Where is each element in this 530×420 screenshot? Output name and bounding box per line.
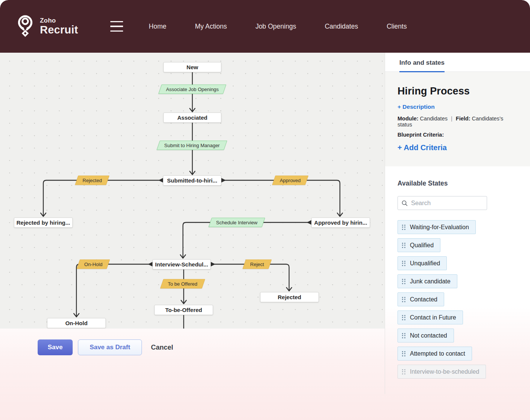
- module-label: Module:: [398, 116, 419, 122]
- module-field-line: Module: Candidates | Field: Candidates’s…: [398, 116, 519, 128]
- save-as-draft-button[interactable]: Save as Draft: [78, 339, 142, 355]
- transition-label[interactable]: Schedule Interview: [209, 218, 265, 227]
- drag-handle-icon[interactable]: [402, 243, 405, 248]
- nav-item-home[interactable]: Home: [149, 23, 166, 30]
- state-node[interactable]: Rejected by hiring...: [14, 218, 73, 228]
- nav-item-job-openings[interactable]: Job Openings: [256, 23, 296, 30]
- hamburger-menu-icon[interactable]: [110, 21, 123, 32]
- state-node[interactable]: Rejected: [260, 292, 319, 302]
- edge-submitted-rejectedby: [43, 180, 163, 216]
- zoho-recruit-logo: Zoho Recruit: [16, 14, 78, 38]
- zoho-recruit-icon: [16, 14, 35, 38]
- search-icon: [402, 200, 408, 207]
- brand-recruit: Recruit: [40, 24, 78, 35]
- drag-handle-icon[interactable]: [402, 315, 405, 320]
- blueprint-info-section: Hiring Process + Description Module: Can…: [385, 72, 530, 166]
- blueprint-title: Hiring Process: [398, 85, 519, 97]
- edge-approvedby-interview: [183, 222, 311, 257]
- drag-handle-icon[interactable]: [402, 297, 405, 302]
- transition-label[interactable]: On-Hold: [76, 260, 110, 269]
- app-window: Zoho Recruit HomeMy ActionsJob OpeningsC…: [0, 0, 530, 420]
- info-states-panel: Info and states Hiring Process + Descrip…: [385, 53, 530, 394]
- edge-interview-onhold: [76, 264, 152, 316]
- field-label: Field:: [456, 116, 471, 122]
- state-node[interactable]: Approved by hirin...: [311, 218, 370, 228]
- blueprint-canvas[interactable]: NewAssociatedSubmitted-to-hiri...Rejecte…: [0, 53, 385, 329]
- save-button[interactable]: Save: [38, 339, 73, 355]
- transition-label[interactable]: Rejected: [75, 176, 110, 185]
- transition-label[interactable]: To be Offered: [160, 279, 205, 289]
- add-criteria-link[interactable]: + Add Criteria: [398, 143, 447, 152]
- state-chip[interactable]: Junk candidate: [398, 274, 457, 288]
- edge-submitted-approvedby: [221, 180, 340, 216]
- state-chip[interactable]: Not contacted: [398, 329, 454, 342]
- blueprint-criteria-label: Blueprint Criteria:: [398, 132, 519, 138]
- state-chip: Interview-to-be-scheduled: [398, 365, 486, 379]
- state-chip-label: Attempted to contact: [410, 350, 465, 357]
- transition-label[interactable]: Reject: [242, 260, 271, 269]
- state-chip[interactable]: Qualified: [398, 238, 440, 252]
- module-value: Candidates: [420, 116, 448, 122]
- state-chip-label: Not contacted: [410, 332, 447, 339]
- drag-handle-icon: [402, 369, 405, 374]
- state-chip-label: Waiting-for-Evaluation: [410, 224, 469, 231]
- state-node[interactable]: New: [163, 62, 221, 72]
- states-search-box[interactable]: [398, 196, 487, 210]
- nav-item-clients[interactable]: Clients: [387, 23, 407, 30]
- state-chip-label: Interview-to-be-scheduled: [410, 368, 479, 375]
- state-chip-label: Contact in Future: [410, 314, 456, 321]
- available-states-section: Available States Waiting-for-EvaluationQ…: [385, 166, 530, 394]
- state-chip[interactable]: Contacted: [398, 292, 444, 306]
- add-description-link[interactable]: + Description: [398, 103, 435, 110]
- main-nav: HomeMy ActionsJob OpeningsCandidatesClie…: [149, 23, 407, 30]
- available-states-heading: Available States: [398, 180, 521, 187]
- tab-info-and-states[interactable]: Info and states: [399, 59, 445, 72]
- state-node[interactable]: On-Hold: [47, 318, 106, 328]
- cancel-button[interactable]: Cancel: [151, 339, 173, 355]
- state-chip-label: Junk candidate: [410, 278, 451, 285]
- brand-zoho: Zoho: [40, 17, 78, 24]
- transition-label[interactable]: Submit to Hiring Manager: [157, 141, 227, 150]
- top-nav-bar: Zoho Recruit HomeMy ActionsJob OpeningsC…: [0, 0, 530, 53]
- state-node[interactable]: Interview-Schedul...: [152, 259, 211, 269]
- state-chip-list: Waiting-for-EvaluationQualifiedUnqualifi…: [398, 220, 521, 379]
- drag-handle-icon[interactable]: [402, 225, 405, 230]
- states-search-input[interactable]: [411, 199, 483, 207]
- state-chip[interactable]: Contact in Future: [398, 310, 463, 324]
- state-node[interactable]: To-be-Offered: [154, 305, 213, 315]
- drag-handle-icon[interactable]: [402, 351, 405, 356]
- state-node[interactable]: Submitted-to-hiri...: [163, 175, 221, 186]
- action-bar: Save Save as Draft Cancel: [38, 339, 173, 355]
- state-chip-label: Unqualified: [410, 260, 440, 267]
- drag-handle-icon[interactable]: [402, 279, 405, 284]
- nav-item-candidates[interactable]: Candidates: [325, 23, 358, 30]
- separator: |: [449, 116, 454, 122]
- state-node[interactable]: Associated: [163, 113, 221, 123]
- drag-handle-icon[interactable]: [402, 261, 405, 266]
- state-chip-label: Contacted: [410, 296, 437, 303]
- state-chip[interactable]: Waiting-for-Evaluation: [398, 220, 476, 234]
- state-chip[interactable]: Unqualified: [398, 256, 447, 270]
- transition-label[interactable]: Associate Job Openings: [158, 85, 227, 94]
- nav-item-my-actions[interactable]: My Actions: [195, 23, 227, 30]
- transition-label[interactable]: Approved: [272, 176, 308, 185]
- drag-handle-icon[interactable]: [402, 333, 405, 338]
- state-chip-label: Qualified: [410, 242, 434, 249]
- panel-tabbar: Info and states: [385, 53, 530, 72]
- state-chip[interactable]: Attempted to contact: [398, 347, 472, 361]
